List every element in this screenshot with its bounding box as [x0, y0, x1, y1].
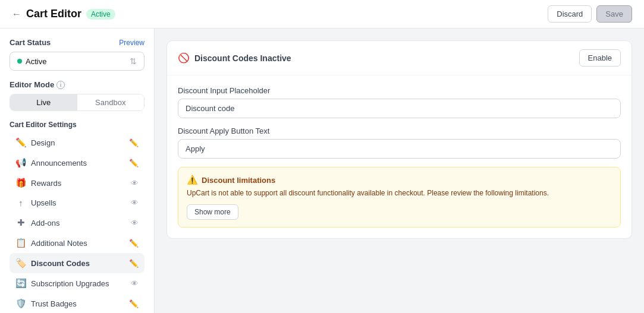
button-text-label: Discount Apply Button Text: [178, 127, 621, 135]
sidebar-item-design-left: ✏️Design: [15, 137, 55, 148]
show-more-button[interactable]: Show more: [187, 204, 238, 220]
sidebar-item-trust-badges-actions: ✏️: [129, 299, 139, 308]
discount-codes-card: 🚫 Discount Codes Inactive Enable Discoun…: [167, 40, 632, 239]
placeholder-label: Discount Input Placeholder: [178, 86, 621, 95]
section-header-title: Discount Codes Inactive: [194, 53, 291, 63]
enable-button[interactable]: Enable: [579, 49, 621, 67]
sidebar-item-design[interactable]: ✏️Design✏️: [10, 132, 144, 153]
warning-box: ⚠️ Discount limitations UpCart is not ab…: [178, 167, 621, 227]
sidebar-item-trust-badges-left: 🛡️Trust Badges: [15, 298, 77, 309]
sidebar-item-announcements-actions: ✏️: [129, 159, 139, 167]
nav-list: ✏️Design✏️📢Announcements✏️🎁Rewards👁↑Upse…: [10, 132, 144, 313]
upsells-eye-icon[interactable]: 👁: [131, 198, 139, 207]
upsells-icon: ↑: [15, 198, 26, 208]
live-mode-button[interactable]: Live: [10, 94, 77, 110]
apply-button-text-input[interactable]: [178, 139, 621, 159]
info-icon: i: [56, 81, 65, 89]
additional-notes-icon: 📋: [15, 238, 26, 248]
sidebar-item-subscription-upgrades-left: 🔄Subscription Upgrades: [15, 278, 109, 289]
sidebar-item-announcements-label: Announcements: [31, 159, 87, 167]
add-ons-eye-icon[interactable]: 👁: [131, 219, 139, 227]
main-layout: Cart Status Preview Active ⇅ Editor Mode…: [0, 29, 644, 313]
sidebar-item-announcements-left: 📢Announcements: [15, 157, 87, 168]
back-button[interactable]: ←: [12, 9, 21, 20]
trust-badges-edit-icon[interactable]: ✏️: [129, 299, 139, 308]
sandbox-mode-button[interactable]: Sandbox: [77, 94, 144, 110]
sidebar: Cart Status Preview Active ⇅ Editor Mode…: [0, 29, 155, 313]
editor-mode-section: Editor Mode i Live Sandbox: [10, 80, 144, 111]
announcements-icon: 📢: [15, 157, 26, 168]
cart-status-label: Cart Status: [10, 38, 51, 47]
additional-notes-edit-icon[interactable]: ✏️: [129, 239, 139, 248]
sidebar-item-add-ons-actions: 👁: [131, 219, 139, 227]
sidebar-item-add-ons-label: Add-ons: [31, 219, 59, 227]
sidebar-item-upsells-left: ↑Upsells: [15, 198, 56, 208]
sidebar-item-trust-badges-label: Trust Badges: [31, 299, 77, 308]
discard-button[interactable]: Discard: [548, 5, 592, 23]
sidebar-item-add-ons[interactable]: ✚Add-ons👁: [10, 213, 144, 233]
sidebar-item-additional-notes[interactable]: 📋Additional Notes✏️: [10, 233, 144, 253]
sidebar-item-additional-notes-label: Additional Notes: [31, 239, 87, 248]
sidebar-item-subscription-upgrades[interactable]: 🔄Subscription Upgrades👁: [10, 273, 144, 293]
editor-mode-label: Editor Mode i: [10, 80, 144, 89]
sidebar-item-additional-notes-actions: ✏️: [129, 239, 139, 248]
warning-icon: ⚠️: [187, 175, 198, 185]
sidebar-item-design-label: Design: [31, 138, 55, 147]
header-left: ← Cart Editor Active: [12, 8, 115, 20]
sidebar-item-additional-notes-left: 📋Additional Notes: [15, 238, 87, 248]
sidebar-item-design-actions: ✏️: [129, 138, 139, 147]
sidebar-item-discount-codes-left: 🏷️Discount Codes: [15, 258, 90, 268]
section-body: Discount Input Placeholder Discount Appl…: [167, 75, 632, 238]
design-icon: ✏️: [15, 137, 26, 148]
app-header: ← Cart Editor Active Discard Save: [0, 0, 644, 29]
rewards-icon: 🎁: [15, 178, 26, 188]
header-actions: Discard Save: [548, 5, 632, 23]
warning-header: ⚠️ Discount limitations: [187, 175, 612, 185]
discount-placeholder-input[interactable]: [178, 99, 621, 118]
sidebar-item-discount-codes-actions: ✏️: [129, 259, 139, 268]
status-select-left: Active: [17, 57, 46, 66]
sidebar-item-upsells[interactable]: ↑Upsells👁: [10, 193, 144, 213]
main-content: 🚫 Discount Codes Inactive Enable Discoun…: [155, 29, 644, 313]
warning-text: UpCart is not able to support all discou…: [187, 188, 612, 198]
nav-section-title: Cart Editor Settings: [10, 121, 144, 129]
inactive-icon: 🚫: [178, 52, 190, 64]
status-dot: [17, 59, 22, 64]
sidebar-item-subscription-upgrades-label: Subscription Upgrades: [31, 279, 109, 288]
add-ons-icon: ✚: [15, 217, 26, 228]
sidebar-item-upsells-actions: 👁: [131, 198, 139, 207]
announcements-edit-icon[interactable]: ✏️: [129, 159, 139, 167]
sidebar-item-trust-badges[interactable]: 🛡️Trust Badges✏️: [10, 293, 144, 313]
sidebar-item-rewards[interactable]: 🎁Rewards👁: [10, 173, 144, 193]
section-header-left: 🚫 Discount Codes Inactive: [178, 52, 291, 64]
sidebar-item-discount-codes-label: Discount Codes: [31, 259, 90, 268]
cart-status-header: Cart Status Preview: [10, 38, 144, 47]
status-badge: Active: [86, 9, 115, 20]
sidebar-item-rewards-left: 🎁Rewards: [15, 178, 61, 188]
sidebar-item-discount-codes[interactable]: 🏷️Discount Codes✏️: [10, 253, 144, 273]
sidebar-item-announcements[interactable]: 📢Announcements✏️: [10, 153, 144, 173]
save-button[interactable]: Save: [596, 5, 632, 23]
sidebar-item-rewards-actions: 👁: [131, 179, 139, 188]
discount-codes-edit-icon[interactable]: ✏️: [129, 259, 139, 268]
discount-codes-icon: 🏷️: [15, 258, 26, 268]
status-select[interactable]: Active ⇅: [10, 52, 144, 71]
design-edit-icon[interactable]: ✏️: [129, 138, 139, 147]
sidebar-item-add-ons-left: ✚Add-ons: [15, 217, 59, 228]
rewards-eye-icon[interactable]: 👁: [131, 179, 139, 188]
trust-badges-icon: 🛡️: [15, 298, 26, 309]
section-header: 🚫 Discount Codes Inactive Enable: [167, 41, 632, 75]
select-arrows-icon: ⇅: [130, 56, 137, 66]
editor-mode-text: Editor Mode: [10, 80, 54, 89]
subscription-upgrades-eye-icon[interactable]: 👁: [131, 279, 139, 288]
status-text: Active: [26, 57, 46, 66]
subscription-upgrades-icon: 🔄: [15, 278, 26, 289]
warning-title: Discount limitations: [202, 176, 275, 185]
preview-link[interactable]: Preview: [119, 39, 144, 47]
sidebar-item-rewards-label: Rewards: [31, 179, 61, 188]
mode-toggle: Live Sandbox: [10, 94, 144, 111]
page-title: Cart Editor: [26, 8, 81, 20]
sidebar-item-upsells-label: Upsells: [31, 198, 56, 207]
sidebar-item-subscription-upgrades-actions: 👁: [131, 279, 139, 288]
